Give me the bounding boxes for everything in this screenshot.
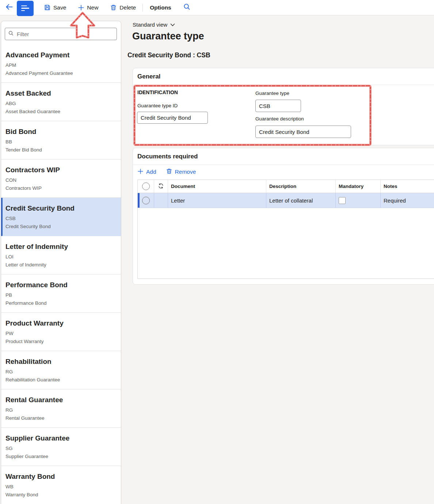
list-item-rehabilitation[interactable]: Rehabilitation RG Rehabilitation Guarant… [1,351,121,389]
list-item-credit-security-bond[interactable]: Credit Security Bond CSB Credit Security… [1,198,121,236]
guarantee-description-input[interactable] [255,126,351,138]
back-button[interactable] [4,2,15,13]
filter-field[interactable] [5,28,117,40]
guarantee-description-label: Guarantee description [255,116,304,122]
mandatory-checkbox[interactable] [339,197,346,204]
general-section-header[interactable]: General [133,68,434,85]
list-item-contractors-wip[interactable]: Contractors WIP CON Contractors WIP [1,159,121,198]
add-label: Add [146,169,156,175]
cell-notes[interactable]: Required [381,193,434,208]
guarantee-type-input[interactable] [255,100,301,112]
plus-icon [78,4,84,11]
remove-row-button[interactable]: Remove [166,168,196,176]
list-item-rental-guarantee[interactable]: Rental Guarantee RG Rental Guarantee [1,389,121,428]
guarantee-type-id-input[interactable] [137,112,208,124]
cell-document[interactable]: Letter [168,193,266,208]
save-label: Save [53,4,66,11]
search-icon [183,3,191,12]
list-item-bid-bond[interactable]: Bid Bond BB Tender Bid Bond [1,121,121,159]
delete-button[interactable]: Delete [109,3,137,12]
list-item-letter-of-indemnity[interactable]: Letter of Indemnity LOI Letter of Indemn… [1,236,121,274]
select-all-radio[interactable] [142,182,150,190]
save-button[interactable]: Save [43,3,67,12]
list-item-supplier-guarantee[interactable]: Supplier Guarantee SG Supplier Guarantee [1,428,121,466]
record-list-panel: Advanced Payment APM Advanced Payment Gu… [1,21,121,504]
nav-pane-toggle-button[interactable] [17,1,34,16]
back-arrow-icon [5,3,14,13]
toolbar-divider [142,4,143,12]
general-section: General IDENTIFICATION Guarantee type ID… [133,68,434,145]
column-header-mandatory[interactable]: Mandatory [336,180,381,193]
record-title: Credit Security Bond : CSB [127,51,210,59]
refresh-column-header[interactable] [154,180,168,193]
new-button[interactable]: New [77,3,99,12]
documents-section-title: Documents required [137,153,198,160]
guarantee-type-label: Guarantee type [255,91,289,96]
selected-row-accent [138,193,140,208]
filter-search-icon [8,30,17,38]
grid-toolbar: Add Remove [137,168,196,176]
documents-required-section: Documents required Add Remove [133,148,434,285]
guarantee-type-id-label: Guarantee type ID [137,103,178,108]
table-row[interactable]: Letter Letter of collateral Required [138,193,434,208]
app-window: Save New Delete Options [0,0,434,504]
documents-section-header[interactable]: Documents required [133,148,434,165]
row-select-radio[interactable] [142,197,150,204]
guarantee-type-list: Advanced Payment APM Advanced Payment Gu… [1,45,121,504]
page-title: Guarantee type [132,31,204,42]
column-header-description[interactable]: Description [266,180,336,193]
column-header-document[interactable]: Document [168,180,266,193]
chevron-down-icon [170,22,175,28]
cell-description[interactable]: Letter of collateral [266,193,336,208]
nav-pane-icon [21,5,27,7]
save-icon [44,4,51,11]
grid-header-row: Document Description Mandatory Notes [138,180,434,193]
general-section-title: General [137,73,160,80]
delete-label: Delete [119,4,136,11]
remove-label: Remove [175,169,196,175]
search-button[interactable] [182,2,193,13]
add-row-button[interactable]: Add [137,168,156,176]
refresh-icon [158,183,164,190]
command-bar: Save New Delete Options [0,0,434,15]
column-header-notes[interactable]: Notes [381,180,434,193]
trash-icon [166,168,172,176]
documents-grid: Document Description Mandatory Notes Let… [137,180,434,279]
plus-icon [137,168,144,176]
filter-input[interactable] [17,31,114,37]
list-item-warranty-bond[interactable]: Warranty Bond WB Warranty Bond [1,466,121,504]
identification-group-label: IDENTIFICATION [137,89,178,95]
list-item-product-warranty[interactable]: Product Warranty PW Product Warranty [1,313,121,351]
trash-icon [110,4,117,11]
list-item-performance-bond[interactable]: Performance Bond PB Performance Bond [1,274,121,313]
list-item-advanced-payment[interactable]: Advanced Payment APM Advanced Payment Gu… [1,45,121,83]
new-label: New [87,4,98,11]
view-selector-label: Standard view [133,22,167,28]
view-selector[interactable]: Standard view [133,22,175,28]
list-item-asset-backed[interactable]: Asset Backed ABG Asset Backed Guarantee [1,83,121,121]
options-menu-button[interactable]: Options [148,3,174,12]
